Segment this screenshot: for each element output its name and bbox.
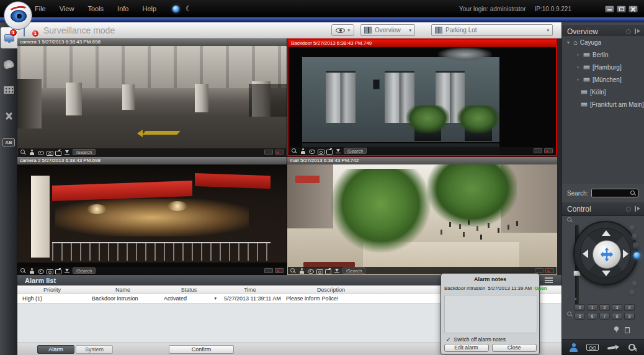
camera-tile-2[interactable]: camera 2 5/27/2013 6:38:43 PM.698 [17, 157, 287, 275]
isearch-button[interactable]: iSearch [344, 148, 367, 154]
maximize-button[interactable] [617, 6, 626, 12]
menu-view[interactable]: View [60, 5, 74, 12]
status-dropdown-icon[interactable]: ▾ [214, 294, 217, 303]
expander-icon[interactable]: ▸ [576, 52, 581, 57]
column-status[interactable]: Status [159, 285, 219, 294]
joystick-center-button[interactable] [593, 240, 621, 269]
surveillance-mode-button[interactable]: 1 [1, 27, 17, 48]
live-view-icon[interactable] [38, 268, 43, 274]
pin-icon[interactable] [626, 207, 631, 212]
report-mode-button[interactable]: AB [0, 132, 17, 153]
snapshot-icon[interactable] [316, 268, 322, 274]
export-icon[interactable] [334, 268, 339, 274]
preset-key-9[interactable]: 9 [624, 313, 635, 320]
menu-tools[interactable]: Tools [87, 5, 104, 12]
close-notes-button[interactable]: Close [492, 344, 537, 352]
zoom-in-icon[interactable] [567, 217, 573, 223]
aux-button[interactable] [629, 289, 636, 296]
digital-zoom-icon[interactable] [292, 148, 297, 154]
record-camera-icon[interactable] [326, 148, 332, 154]
focus-near-button[interactable] [629, 225, 636, 231]
live-view-icon[interactable] [309, 148, 315, 154]
preset-key-1[interactable]: 1 [587, 304, 597, 311]
pan-down-button[interactable] [602, 271, 610, 276]
ptz-joystick[interactable] [573, 221, 638, 285]
export-icon[interactable] [64, 268, 69, 274]
pan-left-button[interactable] [583, 249, 588, 258]
user-icon[interactable] [570, 343, 578, 352]
person-detect-icon[interactable] [299, 268, 305, 274]
playback-mode-button[interactable] [0, 53, 17, 74]
export-icon[interactable] [64, 150, 69, 155]
tree-root-cayuga[interactable]: ▾ ⌂ Cayuga [562, 36, 644, 48]
preset-key-6[interactable]: 6 [587, 313, 597, 320]
pan-right-button[interactable] [623, 249, 628, 258]
preset-key-3[interactable]: 3 [612, 304, 622, 311]
minimize-button[interactable] [605, 6, 614, 12]
column-name[interactable]: Name [87, 285, 159, 294]
person-detect-icon[interactable] [29, 268, 35, 274]
preset-key-4[interactable]: 4 [624, 304, 635, 311]
collapse-panel-icon[interactable] [635, 29, 641, 34]
menu-file[interactable]: File [35, 5, 46, 12]
camera-2-video[interactable]: iSearch [17, 164, 287, 275]
live-view-icon[interactable] [308, 268, 313, 274]
column-priority[interactable]: Priority [17, 285, 87, 294]
preset-key-0[interactable]: 0 [575, 304, 585, 311]
layout-mode-button[interactable] [0, 79, 17, 101]
menu-help[interactable]: Help [142, 5, 156, 12]
pan-up-button[interactable] [602, 230, 610, 236]
isearch-button[interactable]: iSearch [73, 149, 96, 155]
menu-info[interactable]: Info [117, 5, 128, 12]
column-time[interactable]: Time [219, 285, 281, 294]
expander-icon[interactable]: ▾ [566, 40, 571, 45]
flashlight-icon[interactable] [607, 344, 620, 351]
camera-tile-1[interactable]: camera 1 5/27/2013 6:38:43 PM.698 [17, 38, 287, 156]
preset-key-7[interactable]: 7 [599, 313, 610, 320]
key-icon[interactable] [628, 343, 637, 352]
snapshot-icon[interactable] [318, 148, 323, 154]
ptz-active-button[interactable] [633, 252, 640, 259]
tree-item-muenchen[interactable]: ▸ [München] [562, 73, 644, 86]
pin-icon[interactable] [626, 29, 631, 34]
iris-close-button[interactable] [632, 281, 638, 287]
camera-tile-backdoor[interactable]: Backdoor 5/27/2013 6:38:43 PM.749 [287, 38, 557, 156]
confirm-button[interactable]: Confirm [169, 345, 234, 354]
tree-item-koeln[interactable]: [Köln] [562, 86, 644, 98]
camera-1-video[interactable]: iSearch [17, 46, 287, 156]
configuration-mode-button[interactable] [0, 106, 17, 127]
search-input[interactable] [591, 189, 638, 197]
digital-zoom-icon[interactable] [20, 150, 26, 155]
tab-system[interactable]: System [76, 345, 113, 354]
zoom-out-icon[interactable] [567, 312, 573, 317]
expander-icon[interactable]: ▸ [576, 65, 581, 70]
iris-open-button[interactable] [633, 242, 640, 249]
night-mode-icon[interactable]: ☾ [186, 4, 192, 13]
camera-backdoor-video[interactable]: iSearch [288, 47, 556, 155]
preset-key-8[interactable]: 8 [612, 313, 622, 320]
expander-icon[interactable]: ▸ [576, 77, 581, 82]
export-icon[interactable] [335, 148, 341, 154]
tree-item-frankfurt[interactable]: [Frankfurt am Main] [562, 98, 644, 110]
live-view-icon[interactable] [38, 150, 43, 155]
preset-key-2[interactable]: 2 [599, 304, 610, 311]
digital-zoom-icon[interactable] [290, 268, 296, 274]
digital-zoom-icon[interactable] [20, 268, 26, 274]
switch-off-alarm-notes-checkbox[interactable]: ✓ Switch off alarm notes [446, 336, 506, 343]
focus-far-button[interactable] [632, 233, 638, 240]
preset-key-5[interactable]: 5 [575, 313, 585, 320]
edit-alarm-button[interactable]: Edit alarm [444, 344, 489, 352]
record-camera-icon[interactable] [55, 268, 61, 274]
snapshot-icon[interactable] [47, 268, 52, 274]
record-camera-icon[interactable] [325, 268, 331, 274]
person-detect-icon[interactable] [29, 150, 35, 155]
isearch-button[interactable]: iSearch [73, 267, 96, 274]
delete-preset-icon[interactable] [625, 327, 630, 333]
tab-alarm[interactable]: Alarm [37, 345, 74, 354]
tree-item-hamburg[interactable]: ▸ [Hamburg] [562, 61, 644, 73]
snapshot-icon[interactable] [47, 150, 52, 155]
layout-select[interactable]: Overview ▾ [360, 24, 415, 36]
close-button[interactable] [628, 6, 638, 12]
camera-mall-video[interactable]: iSearch [287, 164, 557, 275]
camera-group-select[interactable]: Parking Lot ▾ [431, 24, 553, 36]
